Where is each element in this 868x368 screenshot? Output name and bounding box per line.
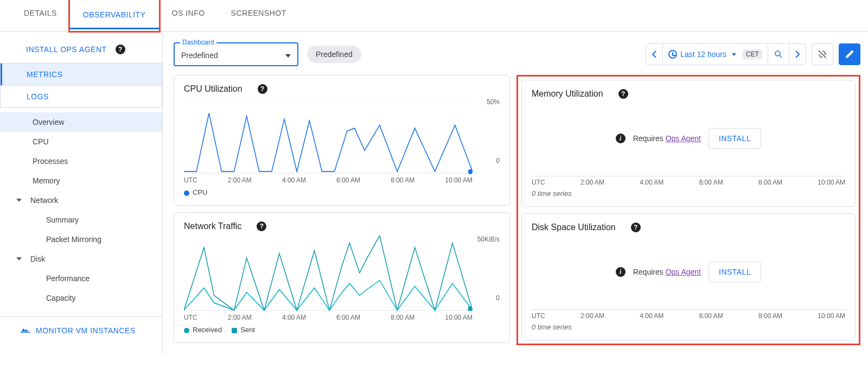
install-button[interactable]: INSTALL	[709, 262, 761, 282]
x-axis: UTC2:00 AM4:00 AM6:00 AM8:00 AM10:00 AM	[532, 309, 845, 320]
auto-refresh-off-button[interactable]	[812, 43, 833, 65]
info-icon: i	[616, 134, 626, 143]
ops-agent-link[interactable]: Ops Agent	[666, 268, 701, 276]
y-axis-max: 50KiB/s	[477, 236, 500, 243]
time-range-label: Last 12 hours	[680, 50, 726, 59]
x-axis: UTC2:00 AM4:00 AM6:00 AM8:00 AM10:00 AM	[532, 176, 845, 186]
nav-disk-performance[interactable]: Performance	[0, 269, 162, 288]
legend: CPU	[184, 188, 500, 196]
nav-network-label: Network	[30, 196, 58, 205]
install-ops-agent-link[interactable]: INSTALL OPS AGENT	[26, 45, 107, 54]
nav-disk[interactable]: Disk	[0, 249, 162, 269]
sidebar: INSTALL OPS AGENT ? METRICS LOGS Overvie…	[0, 31, 163, 356]
card-disk-space-utilization: Disk Space Utilization ? i Requires Ops …	[521, 213, 856, 340]
card-title: Network Traffic	[184, 221, 241, 231]
chevron-down-icon	[16, 257, 22, 261]
nav-network-summary[interactable]: Summary	[0, 210, 162, 230]
x-axis: UTC2:00 AM4:00 AM6:00 AM8:00 AM10:00 AM	[184, 314, 500, 321]
legend-swatch	[184, 328, 189, 333]
top-tabs: DETAILS OBSERVABILITY OS INFO SCREENSHOT	[0, 0, 868, 31]
card-title: CPU Utilization	[184, 84, 242, 94]
time-next-button[interactable]	[789, 44, 806, 65]
nav-cpu[interactable]: CPU	[0, 132, 162, 151]
time-range-control: Last 12 hours CET	[646, 43, 806, 65]
nav-overview[interactable]: Overview	[0, 112, 162, 132]
time-range-selector[interactable]: Last 12 hours CET	[663, 44, 768, 65]
highlight-right-column: Memory Utilization ? i Requires Ops Agen…	[516, 75, 860, 345]
highlight-tab-observability: OBSERVABILITY	[68, 0, 161, 33]
timezone-chip[interactable]: CET	[743, 49, 762, 59]
sidebar-group-metrics[interactable]: METRICS	[1, 64, 162, 85]
help-icon[interactable]: ?	[618, 89, 628, 99]
network-chart[interactable]: 50KiB/s 0	[184, 236, 500, 312]
tab-details[interactable]: DETAILS	[11, 0, 70, 31]
chevron-down-icon	[285, 54, 291, 58]
chevron-down-icon	[732, 53, 736, 56]
nav-processes[interactable]: Processes	[0, 151, 162, 171]
card-memory-utilization: Memory Utilization ? i Requires Ops Agen…	[521, 80, 856, 207]
help-icon[interactable]: ?	[257, 221, 266, 231]
requires-text: Requires Ops Agent	[633, 134, 701, 143]
help-icon[interactable]: ?	[258, 84, 267, 94]
x-axis: UTC2:00 AM4:00 AM6:00 AM8:00 AM10:00 AM	[184, 176, 500, 184]
nav-memory[interactable]: Memory	[0, 171, 162, 191]
sidebar-group-logs[interactable]: LOGS	[1, 86, 162, 107]
svg-point-5	[468, 169, 473, 174]
svg-rect-7	[468, 307, 472, 311]
card-title: Memory Utilization	[532, 89, 603, 99]
time-prev-button[interactable]	[646, 44, 663, 65]
legend-swatch	[184, 191, 189, 196]
nav-disk-label: Disk	[30, 255, 45, 263]
main-content: Dashboard Predefined Predefined Last 12 …	[163, 31, 868, 356]
tab-osinfo[interactable]: OS INFO	[159, 0, 218, 31]
nav-network-packet-mirroring[interactable]: Packet Mirroring	[0, 230, 162, 249]
card-title: Disk Space Utilization	[532, 223, 616, 232]
edit-button[interactable]	[839, 43, 860, 65]
time-search-button[interactable]	[768, 44, 789, 65]
nav-tree: Overview CPU Processes Memory Network Su…	[0, 108, 162, 312]
dashboard-select-label: Dashboard	[180, 39, 216, 46]
chevron-down-icon	[16, 199, 22, 202]
y-axis-min: 0	[496, 294, 500, 302]
legend-swatch	[232, 328, 237, 333]
requires-text: Requires Ops Agent	[633, 268, 701, 276]
help-icon[interactable]: ?	[631, 223, 641, 232]
legend: Received Sent	[184, 326, 500, 334]
monitor-vm-instances-link[interactable]: MONITOR VM INSTANCES	[36, 326, 136, 335]
empty-series-note: 0 time series	[532, 189, 845, 198]
svg-rect-0	[21, 332, 30, 333]
card-network-traffic: Network Traffic ? 50KiB/s 0	[174, 212, 510, 343]
svg-line-2	[780, 55, 782, 58]
dashboard-select[interactable]: Dashboard Predefined	[174, 42, 298, 66]
y-axis-min: 0	[496, 157, 500, 164]
card-cpu-utilization: CPU Utilization ? 50% 0	[174, 75, 510, 206]
y-axis-max: 50%	[487, 98, 500, 106]
nav-network[interactable]: Network	[0, 191, 162, 210]
cpu-chart[interactable]: 50% 0	[184, 98, 500, 174]
help-icon[interactable]: ?	[116, 45, 125, 54]
tab-screenshot[interactable]: SCREENSHOT	[218, 0, 299, 31]
clock-icon	[668, 50, 677, 59]
ops-agent-link[interactable]: Ops Agent	[666, 134, 701, 143]
dashboard-chip[interactable]: Predefined	[307, 46, 361, 63]
nav-disk-capacity[interactable]: Capacity	[0, 288, 162, 308]
monitor-icon	[21, 326, 30, 335]
svg-point-1	[775, 51, 780, 56]
info-icon: i	[616, 267, 626, 277]
empty-series-note: 0 time series	[532, 323, 845, 331]
dashboard-select-value: Predefined	[181, 51, 218, 60]
install-button[interactable]: INSTALL	[709, 128, 761, 149]
tab-observability[interactable]: OBSERVABILITY	[70, 2, 159, 29]
